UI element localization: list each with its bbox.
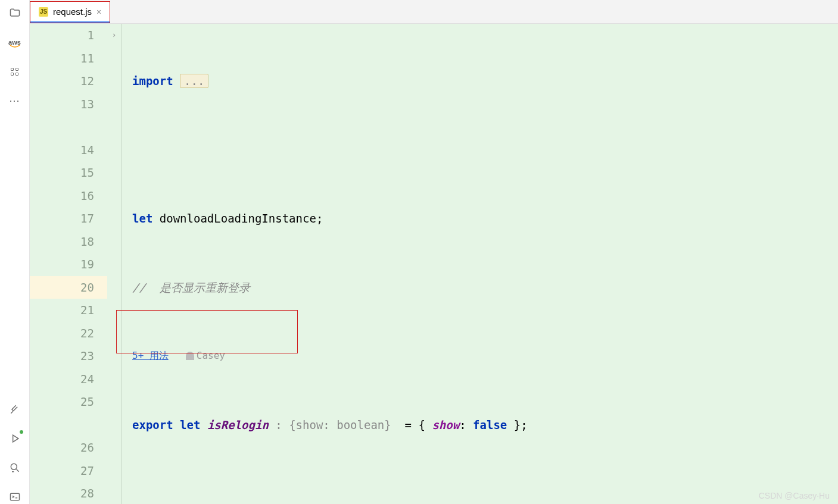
tab-request-js[interactable]: JS request.js × [30, 1, 110, 23]
js-file-icon: JS [39, 7, 48, 17]
chevron-right-icon[interactable]: › [107, 24, 121, 47]
author-icon [186, 352, 194, 360]
terminal-icon[interactable] [8, 490, 22, 504]
fold-column: › [107, 24, 122, 504]
author-name: Casey [197, 350, 225, 361]
line-gutter: 1 11 12 13 14 15 16 17 18 19 20 21 22 23… [30, 24, 107, 504]
structure-icon[interactable] [8, 64, 22, 79]
watermark: CSDN @Casey·Hu [759, 491, 830, 500]
folder-icon[interactable] [8, 6, 22, 20]
left-toolbar: aws ⋯ [0, 0, 30, 504]
folded-region[interactable]: ... [180, 74, 208, 88]
svg-point-1 [11, 464, 17, 469]
close-icon[interactable]: × [96, 7, 101, 17]
more-icon[interactable]: ⋯ [8, 93, 22, 108]
usages-link[interactable]: 5+ 用法 [132, 350, 169, 361]
svg-marker-0 [13, 435, 18, 442]
svg-rect-2 [10, 493, 19, 500]
aws-icon[interactable]: aws [8, 35, 22, 49]
code-area[interactable]: import ... let downloadLoadingInstance; … [122, 24, 838, 504]
tab-filename: request.js [53, 7, 92, 17]
tab-bar: JS request.js × [30, 0, 838, 24]
code-editor[interactable]: 1 11 12 13 14 15 16 17 18 19 20 21 22 23… [30, 24, 838, 504]
run-icon[interactable] [8, 431, 22, 446]
build-icon[interactable] [8, 402, 22, 417]
find-icon[interactable] [8, 461, 22, 475]
